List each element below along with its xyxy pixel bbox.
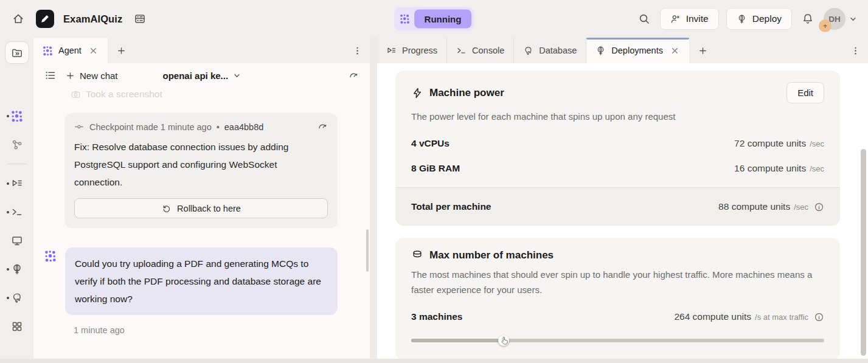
home-button[interactable] xyxy=(10,10,27,27)
rail-item-webview[interactable] xyxy=(0,226,33,255)
screenshot-note: Took a screenshot xyxy=(86,89,162,100)
projects-icon xyxy=(134,13,146,25)
machine-count: 3 machines xyxy=(411,311,462,322)
chat-title: openai api ke... xyxy=(163,71,229,81)
open-indicator-dot xyxy=(7,268,9,271)
rail-item-workflows[interactable] xyxy=(0,130,33,159)
slider-fill xyxy=(411,339,504,342)
status-badge[interactable]: Running xyxy=(414,10,472,29)
rail-item-all-tools[interactable] xyxy=(0,312,33,341)
home-icon xyxy=(12,13,24,25)
max-machines-card: Max number of machines The most machines… xyxy=(395,238,840,359)
metric-value: 72 compute units xyxy=(734,138,806,149)
tools-scrollbar[interactable] xyxy=(861,149,866,356)
new-chat-label: New chat xyxy=(80,71,118,81)
tab-label: Console xyxy=(472,46,504,55)
new-tab-button[interactable] xyxy=(689,38,717,63)
toggle-sidebar-button[interactable] xyxy=(5,41,29,64)
app-icon[interactable] xyxy=(36,10,54,28)
rollback-button[interactable]: Rollback to here xyxy=(74,198,328,218)
deploy-icon xyxy=(11,263,23,275)
chat-header: New chat openai api ke... xyxy=(33,63,370,88)
project-settings-button[interactable] xyxy=(131,10,148,27)
tab-label: Progress xyxy=(402,46,437,55)
deploy-button[interactable]: Deploy xyxy=(726,8,792,30)
bell-icon xyxy=(802,13,814,25)
open-indicator-dot xyxy=(7,115,9,117)
kebab-menu-icon xyxy=(352,46,363,56)
metric-row-cpu: 4 vCPUs 72 compute units/sec xyxy=(411,138,824,149)
message-timestamp: 1 minute ago xyxy=(74,325,362,335)
slider-handle[interactable] xyxy=(498,335,509,346)
search-icon xyxy=(638,13,650,25)
agent-message-row: Could you try uploading a PDF and genera… xyxy=(41,247,362,315)
grid-icon xyxy=(11,320,23,333)
tab-label: Agent xyxy=(58,46,82,55)
info-icon[interactable] xyxy=(814,202,824,212)
tools-tabstrip: Progress Console Database Deployments xyxy=(377,38,868,63)
notifications-button[interactable] xyxy=(799,10,816,27)
close-icon[interactable] xyxy=(670,46,680,56)
info-icon[interactable] xyxy=(814,312,824,322)
metric-label: 4 vCPUs xyxy=(411,138,450,149)
card-title: Machine power xyxy=(429,87,504,99)
chat-title-dropdown[interactable]: openai api ke... xyxy=(163,71,243,81)
rail-item-deployments[interactable] xyxy=(0,255,33,283)
usage-button[interactable] xyxy=(346,68,361,83)
metric-row-machines: 3 machines 264 compute units/s at max tr… xyxy=(411,311,824,322)
rail-item-console[interactable] xyxy=(0,198,33,226)
chat-body: Took a screenshot Checkpoint made 1 minu… xyxy=(33,88,370,359)
close-icon[interactable] xyxy=(88,46,99,56)
machines-slider[interactable] xyxy=(411,334,824,347)
tab-agent[interactable]: Agent xyxy=(33,38,108,63)
agent-tab-menu-button[interactable] xyxy=(345,38,370,63)
new-tab-button[interactable] xyxy=(108,38,135,63)
metric-unit: /sec xyxy=(810,139,824,148)
chat-scrollbar[interactable] xyxy=(366,229,369,272)
tab-progress[interactable]: Progress xyxy=(377,38,447,63)
rail-item-agent[interactable] xyxy=(0,102,33,130)
card-title: Max number of machines xyxy=(429,249,554,261)
tab-database[interactable]: Database xyxy=(514,38,586,63)
deployments-content: Machine power Edit The power level for e… xyxy=(377,63,868,359)
search-button[interactable] xyxy=(636,10,653,27)
checkpoint-card: Checkpoint made 1 minute ago • eaa4bb8d … xyxy=(64,113,338,228)
panel-gutter[interactable] xyxy=(370,38,377,359)
agent-avatar xyxy=(41,247,60,266)
open-indicator-dot xyxy=(7,182,9,185)
workflows-icon xyxy=(11,139,23,151)
invite-label: Invite xyxy=(686,13,709,24)
total-unit: /sec xyxy=(794,202,808,212)
invite-button[interactable]: Invite xyxy=(660,8,719,30)
kebab-menu-icon xyxy=(850,46,861,56)
metric-unit: /sec xyxy=(810,164,824,173)
agent-logo-icon xyxy=(400,14,410,24)
card-description: The power level for each machine that sp… xyxy=(411,109,824,124)
camera-icon xyxy=(71,89,81,100)
chat-history-button[interactable] xyxy=(42,67,59,84)
account-menu[interactable]: DH + xyxy=(824,8,858,30)
run-status-widget[interactable]: Running xyxy=(394,7,474,31)
bottom-strip xyxy=(0,359,868,363)
agent-logo-icon xyxy=(11,110,23,122)
plus-icon xyxy=(116,46,127,56)
tab-console[interactable]: Console xyxy=(447,38,514,63)
checkpoint-message: Fix: Resolve database connection issues … xyxy=(74,138,328,191)
gauge-icon[interactable] xyxy=(318,122,328,132)
agent-logo-icon xyxy=(43,46,53,56)
plus-icon xyxy=(65,71,75,81)
hand-cursor-icon xyxy=(500,336,510,346)
machine-power-card: Machine power Edit The power level for e… xyxy=(395,71,840,226)
tools-tab-menu-button[interactable] xyxy=(843,38,868,63)
edit-button[interactable]: Edit xyxy=(786,82,824,103)
new-chat-button[interactable]: New chat xyxy=(65,71,118,81)
rail-item-progress[interactable] xyxy=(0,169,33,198)
pencil-icon xyxy=(39,13,51,25)
database-cylinder-icon xyxy=(411,249,423,261)
tab-deployments[interactable]: Deployments xyxy=(586,38,689,63)
metric-value: 264 compute units xyxy=(674,311,751,322)
app-title: ExamAIQuiz xyxy=(63,13,122,25)
agent-logo-icon xyxy=(44,250,57,262)
rail-item-database[interactable] xyxy=(0,283,33,312)
console-icon xyxy=(11,206,23,218)
